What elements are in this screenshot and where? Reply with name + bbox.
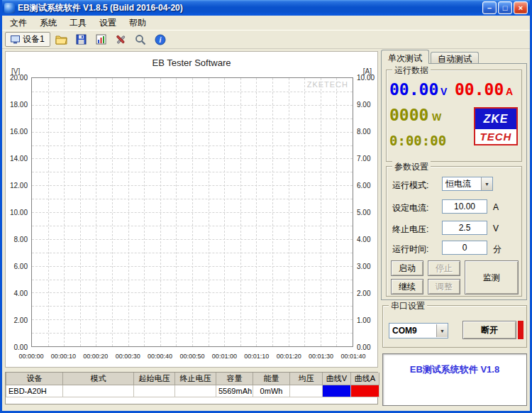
power-display: 8888 0000 [389, 107, 428, 123]
chart-button[interactable] [92, 31, 110, 48]
titlebar: EB测试系统软件 V1.8.5 (Build 2016-04-20) – □ × [2, 0, 530, 16]
menu-file[interactable]: 文件 [4, 16, 33, 31]
maximize-button[interactable]: □ [498, 1, 512, 14]
y-axis-right: 10.009.008.007.006.005.004.003.002.001.0… [355, 77, 377, 347]
y-tick-label: 5.00 [357, 209, 370, 216]
y-tick-label: 10.00 [357, 74, 375, 82]
grid-line-h [32, 292, 353, 293]
tools-icon [115, 34, 126, 45]
y-tick-label: 2.00 [357, 290, 370, 297]
col-curve-v: 曲线V [323, 373, 351, 385]
voltage-display: 88.88 00.00 [389, 82, 438, 98]
current-value: 00.00 [455, 80, 504, 99]
menu-settings[interactable]: 设置 [93, 16, 123, 31]
grid-line-h [32, 132, 353, 133]
y-tick-label: 10.00 [10, 209, 28, 216]
set-current-input[interactable] [442, 199, 487, 214]
current-display: 88.88 00.00 [455, 82, 504, 98]
mode-select[interactable]: 恒电流 ▼ [442, 177, 493, 191]
zoom-button[interactable] [132, 31, 150, 48]
tools-button[interactable] [112, 31, 130, 48]
x-tick-label: 00:00:40 [148, 353, 172, 360]
logo-zke-text: ZKE [475, 109, 516, 129]
col-capacity: 容量 [216, 373, 253, 385]
device-cell: EBD-A20H [6, 385, 63, 397]
y-tick-label: 18.00 [10, 101, 28, 109]
com-port-value: COM9 [389, 326, 436, 336]
curve-a-cell[interactable] [351, 385, 379, 397]
col-end-voltage: 终止电压 [175, 373, 216, 385]
y-tick-label: 0.00 [14, 343, 28, 351]
y-tick-label: 8.00 [14, 236, 28, 243]
app-icon [4, 3, 15, 13]
app-window: EB测试系统软件 V1.8.5 (Build 2016-04-20) – □ ×… [0, 0, 532, 413]
menu-tools[interactable]: 工具 [63, 16, 93, 31]
col-energy: 能量 [253, 373, 290, 385]
open-button[interactable] [52, 31, 70, 48]
y-tick-label: 16.00 [10, 128, 28, 136]
params-group-title: 参数设置 [392, 161, 431, 173]
y-tick-label: 12.00 [10, 182, 28, 189]
x-tick-label: 00:00:20 [83, 353, 108, 360]
banner-text: EB测试系统软件 V1.8 [410, 364, 499, 375]
col-device: 设备 [6, 373, 63, 385]
adjust-button[interactable]: 调整 [428, 279, 460, 294]
device-button[interactable]: 设备1 [5, 32, 50, 47]
params-group: 参数设置 运行模式: 恒电流 ▼ 设定电流: A 终止电压: V 运行时间: 分… [386, 166, 522, 297]
chevron-down-icon[interactable]: ▼ [481, 177, 492, 190]
menu-system[interactable]: 系统 [33, 16, 63, 31]
x-tick-label: 00:01:40 [340, 353, 365, 360]
info-button[interactable]: i [152, 31, 170, 48]
y-tick-label: 4.00 [357, 236, 370, 243]
y-tick-label: 9.00 [357, 101, 370, 109]
close-button[interactable]: × [514, 1, 528, 14]
menu-help[interactable]: 帮助 [123, 16, 153, 31]
tab-auto-test[interactable]: 自动测试 [431, 52, 479, 64]
col-start-voltage: 起始电压 [134, 373, 175, 385]
stop-button[interactable]: 停止 [428, 260, 460, 276]
save-button[interactable] [72, 31, 90, 48]
minimize-button[interactable]: – [482, 1, 497, 14]
grid-line-h [32, 119, 353, 119]
cutoff-voltage-input[interactable] [442, 221, 487, 235]
table-row[interactable]: EBD-A20H 5569mAh 0mWh [6, 385, 379, 397]
connection-indicator [518, 321, 523, 339]
x-tick-label: 00:01:20 [277, 353, 301, 360]
watermark: ZKETECH [307, 80, 348, 89]
results-table-wrap: 设备 模式 起始电压 终止电压 容量 能量 均压 曲线V 曲线A EBD-A20… [5, 372, 378, 404]
grid-line-h [32, 239, 353, 240]
tab-single-test[interactable]: 单次测试 [381, 50, 429, 64]
resume-button[interactable]: 继续 [391, 279, 423, 294]
chevron-down-icon[interactable]: ▼ [436, 324, 448, 337]
x-tick-label: 00:01:10 [244, 353, 269, 360]
tabstrip: 单次测试 自动测试 [381, 50, 480, 64]
power-unit: W [432, 111, 441, 123]
curve-v-cell[interactable] [323, 385, 351, 397]
com-port-select[interactable]: COM9 ▼ [389, 323, 448, 338]
monitor-button[interactable]: 监测 [465, 260, 519, 294]
cutoff-voltage-unit: V [493, 224, 499, 233]
y-tick-label: 20.00 [10, 74, 28, 82]
x-tick-label: 00:00:30 [116, 353, 140, 360]
energy-cell: 0mWh [253, 385, 290, 397]
grid-line-h [32, 253, 353, 253]
x-tick-label: 00:01:30 [309, 353, 333, 360]
toolbar: 设备1 [2, 30, 530, 49]
voltage-value: 00.00 [389, 80, 438, 99]
grid-line-h [32, 280, 353, 280]
y-tick-label: 8.00 [357, 128, 370, 136]
grid-line-h [32, 306, 353, 307]
run-time-input[interactable] [442, 241, 487, 255]
tab-panel: 运行数据 88.88 00.00 V 88.88 00.00 A 8888 00… [381, 63, 527, 300]
y-tick-label: 6.00 [357, 182, 370, 189]
grid-line-h [32, 145, 353, 146]
start-button[interactable]: 启动 [391, 260, 423, 276]
x-tick-label: 00:00:00 [18, 353, 43, 360]
grid-line-h [32, 226, 353, 226]
run-data-group-title: 运行数据 [392, 65, 431, 77]
chart-title: EB Tester Software [6, 57, 377, 68]
disconnect-button[interactable]: 断开 [462, 321, 516, 339]
start-voltage-cell [134, 385, 175, 397]
y-tick-label: 0.00 [357, 343, 370, 351]
end-voltage-cell [175, 385, 216, 397]
